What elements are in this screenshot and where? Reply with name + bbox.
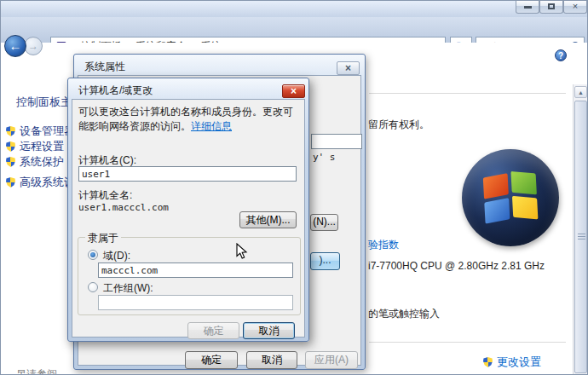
sidebar-item-label: 系统保护 [20, 154, 64, 170]
example-text-fragment: y' s [313, 152, 336, 163]
forward-button[interactable]: → [24, 37, 43, 55]
uac-shield-icon [6, 157, 15, 167]
more-button[interactable]: 其他(M)... [239, 211, 297, 228]
domain-label: 域(D): [103, 249, 130, 263]
workgroup-input[interactable] [98, 295, 293, 310]
full-name-value: user1.macccl.com [78, 202, 169, 213]
pen-touch-text-fragment: 的笔或触控输入 [368, 307, 440, 321]
forward-icon: → [28, 40, 38, 52]
sidebar-item-label: 远程设置 [20, 139, 64, 154]
cancel-button[interactable]: 取消 [246, 351, 297, 369]
close-button[interactable]: × [282, 84, 305, 98]
section-divider [369, 342, 566, 343]
sidebar-item-system-protection[interactable]: 系统保护 [6, 154, 64, 170]
see-also-header: 另请参阅 [16, 367, 57, 375]
computer-description-input-fragment[interactable] [311, 134, 362, 149]
minimize-icon [524, 6, 532, 9]
apply-button[interactable]: 应用(A) [305, 351, 358, 369]
explorer-window: × ← → ▾ ▸ 控制面板 ▸ 系统和安全 ▸ 系统 ▾ ↻ 控制面板主页 设… [0, 0, 588, 375]
full-name-label: 计算机全名: [78, 188, 132, 203]
sidebar-item-device-manager[interactable]: 设备管理器 [6, 124, 75, 139]
details-link[interactable]: 详细信息 [191, 120, 232, 132]
windows-flag-icon [483, 171, 540, 222]
help-icon[interactable]: ? [555, 49, 567, 61]
cancel-button[interactable]: 取消 [243, 322, 295, 339]
close-icon: × [573, 1, 578, 11]
change-settings-label: 更改设置 [497, 355, 541, 370]
change-button-fragment[interactable]: )... [310, 252, 340, 270]
minimize-button[interactable] [516, 1, 539, 14]
close-button[interactable]: × [563, 1, 587, 14]
dialog-description: 可以更改这台计算机的名称和成员身份。更改可能影响网络资源的访问。详细信息 [78, 105, 295, 134]
uac-shield-icon [483, 357, 493, 367]
description-text: 可以更改这台计算机的名称和成员身份。更改可能影响网络资源的访问。 [78, 106, 293, 132]
cpu-info-text: i7-7700HQ CPU @ 2.80GHz 2.81 GHz [368, 260, 545, 272]
address-bar: ← → ▾ ▸ 控制面板 ▸ 系统和安全 ▸ 系统 ▾ ↻ [1, 17, 588, 43]
dialog-title: 系统属性 [84, 60, 125, 74]
network-id-button-fragment[interactable]: (N)... [310, 214, 338, 231]
uac-shield-icon [6, 141, 15, 152]
dialog-title: 计算机名/域更改 [78, 84, 153, 98]
scrollbar-thumb[interactable] [574, 101, 587, 373]
window-titlebar: × [1, 1, 588, 17]
change-settings-link[interactable]: 更改设置 [483, 355, 541, 370]
workgroup-radio[interactable] [88, 282, 98, 292]
domain-change-dialog: 计算机名/域更改 × 可以更改这台计算机的名称和成员身份。更改可能影响网络资源的… [67, 78, 309, 342]
vertical-scrollbar[interactable]: ▲ [573, 84, 587, 375]
restore-button[interactable] [539, 1, 563, 14]
ok-button[interactable]: 确定 [187, 322, 239, 339]
mouse-cursor [236, 243, 248, 262]
member-of-label: 隶属于 [85, 231, 121, 245]
copyright-text-fragment: 留所有权利。 [368, 118, 429, 132]
restore-icon [548, 3, 555, 9]
close-button[interactable]: × [337, 61, 360, 75]
scroll-up-button[interactable]: ▲ [574, 86, 587, 98]
scrollbar-grip-icon [578, 234, 585, 234]
member-of-groupbox: 隶属于 域(D): 工作组(W): [78, 237, 301, 315]
windows-logo [462, 149, 559, 246]
section-divider [369, 93, 566, 94]
ok-button[interactable]: 确定 [185, 351, 238, 369]
computer-name-input[interactable] [78, 166, 297, 182]
back-button[interactable]: ← [4, 35, 26, 57]
domain-radio[interactable] [88, 250, 98, 260]
uac-shield-icon [6, 177, 15, 188]
sidebar-item-remote-settings[interactable]: 远程设置 [6, 139, 64, 154]
workgroup-label: 工作组(W): [103, 281, 153, 296]
experience-index-link-fragment[interactable]: 验指数 [368, 238, 399, 252]
back-icon: ← [9, 38, 22, 53]
domain-input[interactable] [98, 262, 293, 278]
uac-shield-icon [6, 126, 15, 136]
